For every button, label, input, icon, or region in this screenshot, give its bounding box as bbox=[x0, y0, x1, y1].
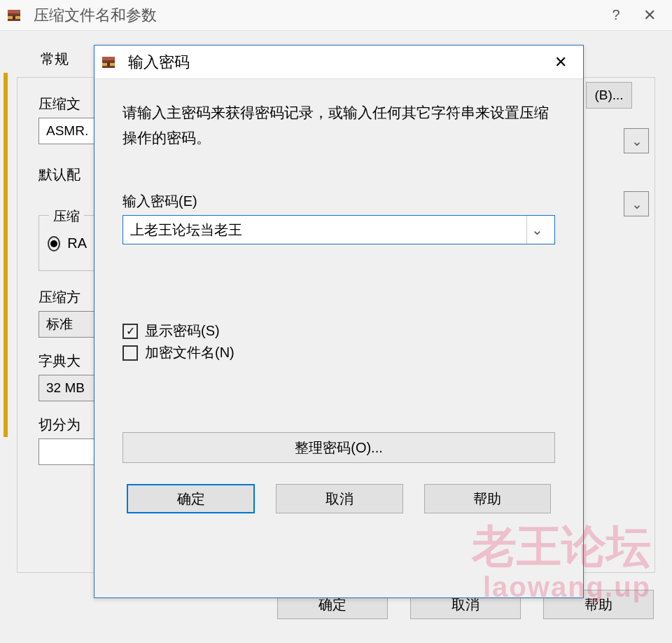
split-input[interactable] bbox=[38, 438, 99, 465]
modal-title: 输入密码 bbox=[128, 52, 544, 73]
filename-dropdown-toggle[interactable]: ⌄ bbox=[624, 128, 649, 153]
dict-value: 32 MB bbox=[46, 380, 85, 396]
modal-ok-button[interactable]: 确定 bbox=[127, 484, 255, 513]
modal-help-button[interactable]: 帮助 bbox=[424, 484, 551, 513]
modal-body: 请输入主密码来获得密码记录，或输入任何其它字符串来设置压缩操作的密码。 输入密码… bbox=[94, 79, 583, 530]
close-icon[interactable]: ✕ bbox=[633, 1, 666, 29]
modal-titlebar: 输入密码 ✕ bbox=[94, 46, 583, 79]
help-button-icon[interactable]: ? bbox=[599, 1, 633, 29]
encrypt-names-checkbox[interactable]: 加密文件名(N) bbox=[122, 343, 555, 362]
radio-rar[interactable]: RA bbox=[48, 235, 87, 251]
config-dropdown-toggle[interactable]: ⌄ bbox=[624, 191, 649, 216]
active-tab-indicator bbox=[4, 73, 8, 437]
show-password-checkbox[interactable]: ✓ 显示密码(S) bbox=[122, 322, 555, 340]
svg-rect-5 bbox=[102, 57, 115, 60]
modal-footer: 确定 取消 帮助 bbox=[122, 484, 555, 513]
dict-combo[interactable]: 32 MB bbox=[38, 375, 99, 401]
winrar-icon bbox=[6, 7, 22, 24]
svg-rect-3 bbox=[13, 15, 15, 20]
method-combo[interactable]: 标准 bbox=[38, 311, 99, 338]
browse-button[interactable]: (B)... bbox=[586, 82, 632, 109]
show-password-label: 显示密码(S) bbox=[145, 322, 220, 340]
chevron-down-icon: ⌄ bbox=[631, 196, 643, 212]
organize-passwords-button[interactable]: 整理密码(O)... bbox=[122, 432, 555, 463]
chevron-down-icon: ⌄ bbox=[631, 133, 643, 149]
modal-close-icon[interactable]: ✕ bbox=[544, 48, 578, 76]
winrar-icon bbox=[100, 54, 117, 71]
compress-group-title: 压缩 bbox=[49, 209, 84, 223]
main-titlebar: 压缩文件名和参数 ? ✕ bbox=[0, 0, 672, 31]
password-value: 上老王论坛当老王 bbox=[130, 221, 242, 240]
checkbox-checked-icon: ✓ bbox=[122, 324, 138, 339]
tab-general-label: 常规 bbox=[41, 51, 69, 67]
checkbox-unchecked-icon bbox=[122, 345, 138, 361]
radio-icon bbox=[48, 236, 60, 251]
filename-combo[interactable]: ASMR. bbox=[38, 118, 94, 144]
password-label: 输入密码(E) bbox=[122, 192, 555, 211]
modal-description: 请输入主密码来获得密码记录，或输入任何其它字符串来设置压缩操作的密码。 bbox=[122, 100, 555, 150]
main-title: 压缩文件名和参数 bbox=[34, 5, 599, 26]
chevron-down-icon[interactable]: ⌄ bbox=[526, 216, 547, 244]
password-dialog: 输入密码 ✕ 请输入主密码来获得密码记录，或输入任何其它字符串来设置压缩操作的密… bbox=[94, 45, 584, 598]
radio-rar-label: RA bbox=[67, 235, 87, 251]
svg-rect-7 bbox=[107, 62, 110, 67]
encrypt-names-label: 加密文件名(N) bbox=[145, 343, 234, 362]
filename-value: ASMR. bbox=[46, 123, 88, 139]
modal-cancel-button[interactable]: 取消 bbox=[276, 484, 402, 513]
password-input[interactable]: 上老王论坛当老王 ⌄ bbox=[122, 215, 555, 244]
organize-passwords-label: 整理密码(O)... bbox=[295, 438, 383, 457]
svg-rect-1 bbox=[8, 10, 20, 13]
browse-button-label: (B)... bbox=[594, 88, 623, 103]
tab-general[interactable]: 常规 bbox=[21, 43, 88, 74]
method-value: 标准 bbox=[46, 315, 73, 333]
